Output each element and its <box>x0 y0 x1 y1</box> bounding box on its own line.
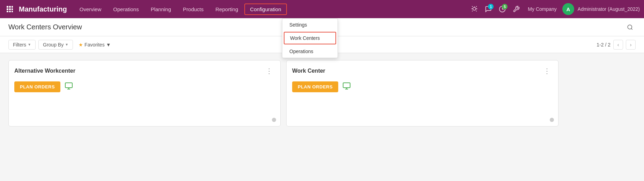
activity-icon-btn[interactable]: 5 <box>496 3 508 15</box>
card2-menu-icon[interactable]: ⋮ <box>541 66 553 76</box>
nav-operations[interactable]: Operations <box>108 3 144 15</box>
messages-icon-btn[interactable]: 1 <box>482 3 494 15</box>
group-by-button[interactable]: Group By ▼ <box>38 40 73 50</box>
dropdown-operations[interactable]: Operations <box>282 45 338 58</box>
svg-rect-8 <box>12 11 13 12</box>
configuration-dropdown: Settings Work Centers Operations <box>282 18 338 58</box>
kanban-area: Alternative Workcenter ⋮ PLAN ORDERS Wor… <box>0 53 644 133</box>
settings-wrench-icon[interactable] <box>510 3 522 15</box>
search-icon-btn[interactable] <box>624 22 636 33</box>
topnav-right: 1 5 My Company A Administrator (August_2… <box>468 3 640 15</box>
card1-plan-orders-btn[interactable]: PLAN ORDERS <box>14 81 60 92</box>
svg-rect-6 <box>7 11 8 12</box>
nav-overview[interactable]: Overview <box>74 3 107 15</box>
card2-monitor-icon[interactable] <box>342 82 351 92</box>
svg-rect-4 <box>9 8 11 10</box>
card1-status-dot <box>272 118 276 122</box>
card2-status-dot <box>550 118 554 122</box>
kanban-card-2: Work Center ⋮ PLAN ORDERS <box>286 60 558 126</box>
filters-button[interactable]: Filters ▼ <box>8 40 36 50</box>
svg-rect-13 <box>65 83 72 88</box>
card2-title: Work Center <box>292 68 325 74</box>
svg-point-11 <box>628 25 632 29</box>
pagination: 1-2 / 2 ‹ › <box>597 40 636 50</box>
filters-arrow-icon: ▼ <box>28 43 31 46</box>
avatar[interactable]: A <box>562 3 574 15</box>
favorites-label: Favorites <box>84 42 105 48</box>
nav-products[interactable]: Products <box>177 3 209 15</box>
username[interactable]: Administrator (August_2022) <box>578 6 640 12</box>
card1-monitor-icon[interactable] <box>65 82 73 92</box>
nav-menu: Overview Operations Planning Products Re… <box>74 3 467 15</box>
svg-rect-1 <box>9 6 11 8</box>
group-by-label: Group By <box>43 42 64 48</box>
favorites-arrow-icon: ▼ <box>106 42 111 48</box>
group-by-arrow-icon: ▼ <box>65 43 68 46</box>
pagination-prev[interactable]: ‹ <box>613 40 623 50</box>
svg-point-9 <box>473 7 476 10</box>
company-switcher[interactable]: My Company <box>524 5 560 13</box>
pagination-text: 1-2 / 2 <box>597 42 610 48</box>
card1-actions: PLAN ORDERS <box>14 81 275 92</box>
card2-header: Work Center ⋮ <box>292 66 553 76</box>
card1-menu-icon[interactable]: ⋮ <box>264 66 275 76</box>
dropdown-work-centers[interactable]: Work Centers <box>284 32 336 44</box>
svg-rect-16 <box>343 83 350 88</box>
pagination-next[interactable]: › <box>626 40 636 50</box>
star-icon: ★ <box>79 42 83 48</box>
card1-header: Alternative Workcenter ⋮ <box>14 66 275 76</box>
nav-planning[interactable]: Planning <box>145 3 177 15</box>
nav-reporting[interactable]: Reporting <box>210 3 244 15</box>
card1-title: Alternative Workcenter <box>14 68 75 74</box>
svg-rect-2 <box>12 6 13 8</box>
svg-rect-3 <box>7 8 8 10</box>
kanban-card-1: Alternative Workcenter ⋮ PLAN ORDERS <box>8 60 281 126</box>
svg-line-12 <box>631 28 632 29</box>
filters-label: Filters <box>13 42 26 48</box>
svg-rect-5 <box>12 8 13 10</box>
top-navigation: Manufacturing Overview Operations Planni… <box>0 0 644 18</box>
messages-badge: 1 <box>488 4 494 9</box>
svg-rect-7 <box>9 11 11 12</box>
svg-rect-0 <box>7 6 8 8</box>
card2-actions: PLAN ORDERS <box>292 81 553 92</box>
app-brand: Manufacturing <box>19 5 67 13</box>
dropdown-settings[interactable]: Settings <box>282 19 338 31</box>
apps-icon[interactable] <box>4 3 15 15</box>
favorites-button[interactable]: ★ Favorites ▼ <box>76 40 113 49</box>
nav-configuration[interactable]: Configuration <box>244 3 287 15</box>
card2-plan-orders-btn[interactable]: PLAN ORDERS <box>292 81 338 92</box>
activity-badge: 5 <box>502 4 508 9</box>
bug-icon-btn[interactable] <box>468 3 480 15</box>
